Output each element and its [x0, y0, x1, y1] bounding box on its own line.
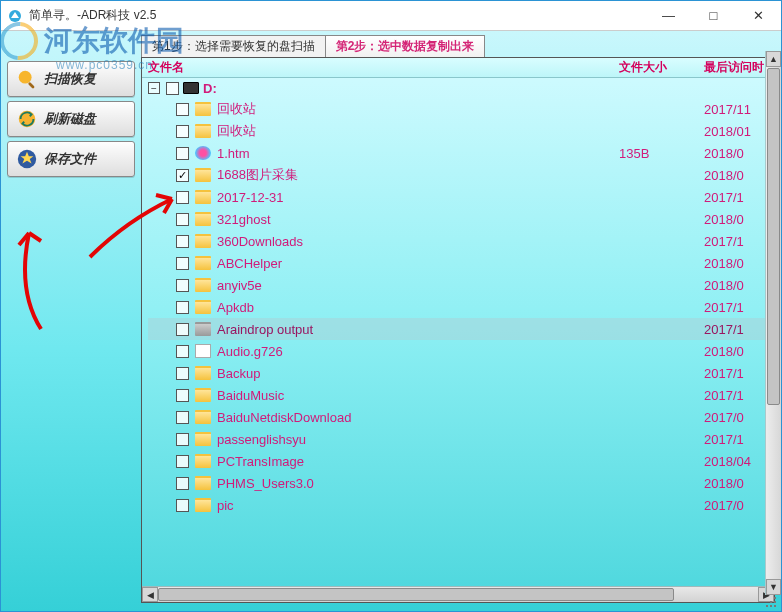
file-name: BaiduNetdiskDownload	[217, 410, 619, 425]
file-row[interactable]: 321ghost2018/0	[148, 208, 774, 230]
file-checkbox[interactable]	[176, 477, 189, 490]
file-checkbox[interactable]	[176, 323, 189, 336]
file-checkbox[interactable]	[176, 367, 189, 380]
window-title: 简单寻。-ADR科技 v2.5	[29, 7, 646, 24]
folder-icon	[195, 190, 211, 204]
drive-root-row[interactable]: − D:	[148, 78, 774, 98]
file-date: 2017/1	[704, 388, 774, 403]
file-date: 2018/0	[704, 168, 774, 183]
scan-recover-button[interactable]: 扫描恢复	[7, 61, 135, 97]
file-date: 2018/0	[704, 212, 774, 227]
titlebar[interactable]: 简单寻。-ADR科技 v2.5 — □ ✕	[1, 1, 781, 31]
file-row[interactable]: passenglishsyu2017/1	[148, 428, 774, 450]
file-row[interactable]: 回收站2017/11	[148, 98, 774, 120]
file-row[interactable]: Apkdb2017/1	[148, 296, 774, 318]
refresh-disk-button[interactable]: 刷新磁盘	[7, 101, 135, 137]
file-checkbox[interactable]	[176, 411, 189, 424]
file-checkbox[interactable]	[176, 147, 189, 160]
column-filesize[interactable]: 文件大小	[619, 59, 704, 76]
file-name: 回收站	[217, 122, 619, 140]
file-name: BaiduMusic	[217, 388, 619, 403]
file-row[interactable]: BaiduMusic2017/1	[148, 384, 774, 406]
file-row[interactable]: PCTransImage2018/04	[148, 450, 774, 472]
file-name: Audio.g726	[217, 344, 619, 359]
folder-icon	[195, 234, 211, 248]
file-icon	[195, 146, 211, 160]
file-list-container: 文件名 文件大小 最后访问时 − D: 回收站2017/11回收站2018/01…	[141, 57, 775, 603]
horizontal-scrollbar[interactable]: ◀ ▶	[142, 586, 774, 602]
file-size: 135B	[619, 146, 704, 161]
file-date: 2017/1	[704, 322, 774, 337]
maximize-button[interactable]: □	[691, 1, 736, 29]
file-row[interactable]: ABCHelper2018/0	[148, 252, 774, 274]
resize-grip-icon[interactable]	[764, 594, 778, 608]
file-checkbox[interactable]	[176, 345, 189, 358]
folder-icon	[195, 300, 211, 314]
folder-icon	[195, 278, 211, 292]
file-date: 2017/0	[704, 498, 774, 513]
folder-icon	[195, 388, 211, 402]
file-row[interactable]: Backup2017/1	[148, 362, 774, 384]
file-date: 2018/0	[704, 278, 774, 293]
star-save-icon	[16, 148, 38, 170]
column-filename[interactable]: 文件名	[148, 59, 619, 76]
file-checkbox[interactable]	[176, 257, 189, 270]
file-checkbox[interactable]	[176, 499, 189, 512]
column-lastaccess[interactable]: 最后访问时	[704, 59, 774, 76]
step-tabs: 第1步：选择需要恢复的盘扫描 第2步：选中数据复制出来	[141, 35, 775, 57]
file-name: ABCHelper	[217, 256, 619, 271]
drive-checkbox[interactable]	[166, 82, 179, 95]
file-row[interactable]: 回收站2018/01	[148, 120, 774, 142]
file-name: PHMS_Users3.0	[217, 476, 619, 491]
file-row[interactable]: Araindrop output2017/1	[148, 318, 774, 340]
scroll-down-icon[interactable]: ▼	[766, 579, 775, 595]
file-row[interactable]: pic2017/0	[148, 494, 774, 516]
tab-step1[interactable]: 第1步：选择需要恢复的盘扫描	[141, 35, 326, 57]
scroll-up-icon[interactable]: ▲	[766, 57, 775, 67]
disk-icon	[183, 82, 199, 94]
client-area: 扫描恢复 刷新磁盘 保存文件 第1步：选择需要恢复的盘扫描 第2步：选中数据复制…	[1, 31, 781, 611]
hscroll-thumb[interactable]	[158, 588, 674, 601]
file-row[interactable]: 2017-12-312017/1	[148, 186, 774, 208]
folder-icon	[195, 476, 211, 490]
folder-icon	[195, 366, 211, 380]
file-checkbox[interactable]	[176, 103, 189, 116]
file-checkbox[interactable]	[176, 213, 189, 226]
file-checkbox[interactable]	[176, 389, 189, 402]
folder-icon	[195, 410, 211, 424]
hscroll-track[interactable]	[158, 587, 758, 602]
close-button[interactable]: ✕	[736, 1, 781, 29]
file-row[interactable]: 1688图片采集2018/0	[148, 164, 774, 186]
list-header[interactable]: 文件名 文件大小 最后访问时	[142, 58, 774, 78]
file-row[interactable]: 360Downloads2017/1	[148, 230, 774, 252]
list-body[interactable]: − D: 回收站2017/11回收站2018/011.htm135B2018/0…	[142, 78, 774, 586]
folder-icon	[195, 256, 211, 270]
collapse-toggle-icon[interactable]: −	[148, 82, 160, 94]
tab-step2[interactable]: 第2步：选中数据复制出来	[325, 35, 486, 57]
file-checkbox[interactable]	[176, 433, 189, 446]
app-window: 简单寻。-ADR科技 v2.5 — □ ✕ 扫描恢复 刷新磁盘 保存文件	[0, 0, 782, 612]
save-file-label: 保存文件	[44, 150, 96, 168]
file-row[interactable]: PHMS_Users3.02018/0	[148, 472, 774, 494]
file-date: 2017/1	[704, 432, 774, 447]
scroll-left-icon[interactable]: ◀	[142, 587, 158, 602]
save-file-button[interactable]: 保存文件	[7, 141, 135, 177]
file-name: passenglishsyu	[217, 432, 619, 447]
file-row[interactable]: 1.htm135B2018/0	[148, 142, 774, 164]
file-date: 2018/0	[704, 344, 774, 359]
vertical-scrollbar[interactable]: ▲ ▼	[765, 57, 775, 595]
file-checkbox[interactable]	[176, 301, 189, 314]
minimize-button[interactable]: —	[646, 1, 691, 29]
file-checkbox[interactable]	[176, 125, 189, 138]
file-checkbox[interactable]	[176, 191, 189, 204]
file-checkbox[interactable]	[176, 235, 189, 248]
file-checkbox[interactable]	[176, 279, 189, 292]
file-row[interactable]: BaiduNetdiskDownload2017/0	[148, 406, 774, 428]
vscroll-thumb[interactable]	[767, 68, 775, 405]
file-row[interactable]: Audio.g7262018/0	[148, 340, 774, 362]
window-controls: — □ ✕	[646, 1, 781, 30]
file-date: 2017/1	[704, 300, 774, 315]
file-row[interactable]: anyiv5e2018/0	[148, 274, 774, 296]
file-checkbox[interactable]	[176, 169, 189, 182]
file-checkbox[interactable]	[176, 455, 189, 468]
